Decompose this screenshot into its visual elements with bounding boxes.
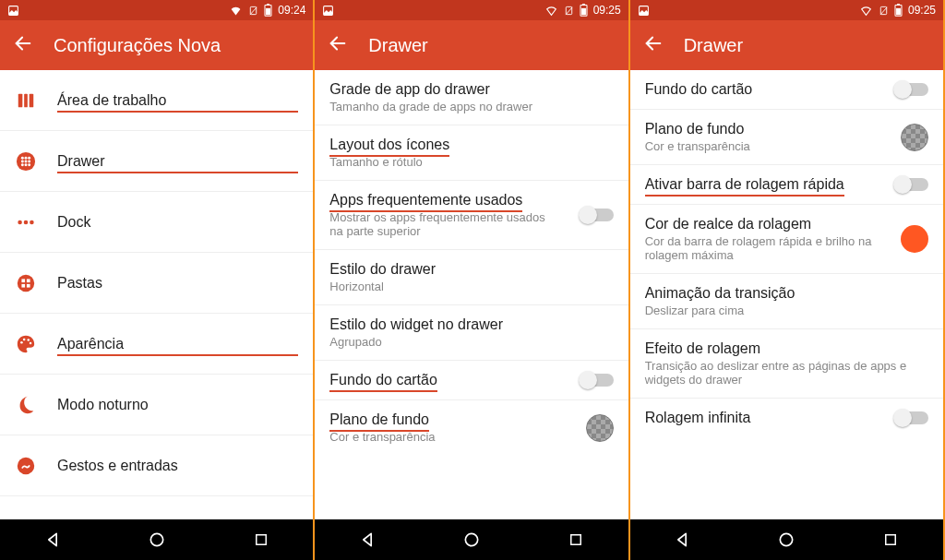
item-label: Ativar barra de rolagem rápida	[645, 176, 844, 193]
back-icon[interactable]	[328, 33, 348, 57]
svg-rect-43	[571, 535, 581, 545]
item-icon-layout[interactable]: Layout dos ícones Tamanho e rótulo	[315, 125, 628, 181]
nav-home-icon[interactable]	[129, 530, 185, 549]
item-drawer[interactable]: Drawer	[0, 131, 313, 192]
phone-1: 09:24 Configurações Nova Área de trabalh…	[0, 0, 315, 560]
svg-rect-27	[27, 283, 30, 287]
folders-icon	[15, 272, 37, 294]
svg-point-51	[781, 533, 793, 545]
item-sub: Cor da barra de rolagem rápida e brilho …	[645, 234, 880, 262]
item-desktop[interactable]: Área de trabalho	[0, 70, 313, 131]
item-sub: Agrupado	[329, 335, 613, 349]
item-card-background[interactable]: Fundo do cartão	[315, 361, 628, 400]
item-label: Fundo do cartão	[645, 81, 875, 98]
picture-icon	[322, 5, 334, 17]
item-background[interactable]: Plano de fundo Cor e transparência	[630, 110, 943, 165]
toggle[interactable]	[580, 209, 614, 221]
back-icon[interactable]	[13, 33, 33, 57]
item-scroll-effect[interactable]: Efeito de rolagem Transição ao deslizar …	[630, 329, 943, 399]
moon-icon	[15, 394, 37, 416]
item-night-mode[interactable]: Modo noturno	[0, 375, 313, 435]
item-folders[interactable]: Pastas	[0, 253, 313, 314]
wifi-icon	[229, 5, 243, 17]
item-fast-scrollbar[interactable]: Ativar barra de rolagem rápida	[630, 165, 943, 205]
svg-point-30	[27, 339, 30, 341]
item-label: Plano de fundo	[645, 121, 880, 137]
item-app-grid[interactable]: Grade de app do drawer Tamanho da grade …	[315, 70, 628, 125]
item-label: Apps frequentemente usados	[329, 192, 522, 209]
svg-point-15	[25, 160, 28, 162]
settings-list: Área de trabalho Drawer Dock Pastas Apar…	[0, 70, 313, 519]
toggle[interactable]	[895, 411, 928, 424]
drawer-list: Grade de app do drawer Tamanho da grade …	[315, 70, 628, 519]
svg-rect-26	[21, 283, 25, 287]
status-time: 09:25	[908, 4, 936, 17]
item-sub: Horizontal	[329, 280, 613, 293]
nav-back-icon[interactable]	[25, 530, 80, 549]
item-label: Gestos e entradas	[57, 458, 298, 474]
color-swatch[interactable]	[586, 414, 614, 442]
item-sub: Deslizar para cima	[645, 304, 928, 317]
nav-back-icon[interactable]	[654, 530, 710, 549]
nav-recent-icon[interactable]	[863, 531, 918, 548]
appbar-title: Configurações Nova	[54, 35, 221, 56]
navbar	[630, 519, 943, 560]
color-swatch[interactable]	[901, 225, 928, 253]
drawer-list-2: Fundo do cartão Plano de fundo Cor e tra…	[630, 70, 943, 519]
status-time: 09:24	[278, 4, 305, 17]
svg-point-22	[30, 220, 34, 224]
item-sub: Tamanho da grade de apps no drawer	[329, 100, 613, 113]
item-card-background[interactable]: Fundo do cartão	[630, 70, 943, 110]
svg-rect-7	[18, 93, 23, 107]
svg-point-21	[24, 220, 29, 224]
svg-rect-8	[24, 93, 28, 107]
nav-home-icon[interactable]	[444, 530, 499, 549]
sim-icon	[879, 5, 889, 17]
toggle[interactable]	[895, 83, 928, 96]
svg-line-46	[880, 6, 887, 14]
item-background[interactable]: Plano de fundo Cor e transparência	[315, 400, 628, 455]
item-dock[interactable]: Dock	[0, 192, 313, 253]
sim-icon	[564, 5, 574, 17]
item-label: Cor de realce da rolagem	[645, 216, 880, 232]
svg-point-28	[20, 340, 23, 343]
item-drawer-style[interactable]: Estilo do drawer Horizontal	[315, 250, 628, 305]
nav-recent-icon[interactable]	[548, 531, 604, 548]
color-swatch[interactable]	[901, 124, 928, 151]
item-appearance[interactable]: Aparência	[0, 314, 313, 375]
item-gestures[interactable]: Gestos e entradas	[0, 435, 313, 496]
dock-icon	[15, 211, 37, 233]
svg-point-12	[25, 156, 28, 159]
item-widget-style[interactable]: Estilo do widget no drawer Agrupado	[315, 305, 628, 361]
item-label: Grade de app do drawer	[329, 81, 613, 98]
nav-home-icon[interactable]	[759, 530, 814, 549]
svg-rect-48	[897, 4, 900, 5]
appbar: Drawer	[315, 20, 628, 70]
svg-point-14	[21, 160, 24, 162]
nav-back-icon[interactable]	[340, 530, 395, 549]
svg-point-42	[465, 533, 477, 545]
item-frequent-apps[interactable]: Apps frequentemente usados Mostrar os ap…	[315, 181, 628, 250]
battery-icon	[580, 4, 588, 17]
desktop-icon	[15, 89, 37, 112]
statusbar: 09:24	[0, 0, 313, 20]
item-scroll-highlight-color[interactable]: Cor de realce da rolagem Cor da barra de…	[630, 205, 943, 274]
navbar	[315, 519, 628, 560]
svg-line-2	[250, 6, 257, 14]
toggle[interactable]	[580, 374, 614, 387]
navbar	[0, 519, 313, 560]
item-infinite-scroll[interactable]: Rolagem infinita	[630, 399, 943, 437]
nav-recent-icon[interactable]	[233, 531, 289, 548]
svg-point-33	[150, 533, 162, 545]
battery-icon	[264, 4, 272, 17]
back-icon[interactable]	[643, 33, 664, 57]
toggle[interactable]	[895, 178, 928, 191]
item-transition-anim[interactable]: Animação da transição Deslizar para cima	[630, 274, 943, 329]
svg-point-16	[28, 160, 30, 162]
phone-2: 09:25 Drawer Grade de app do drawer Tama…	[315, 0, 629, 560]
svg-rect-52	[886, 535, 896, 545]
svg-line-37	[565, 6, 571, 14]
appbar: Configurações Nova	[0, 20, 313, 70]
item-label: Modo noturno	[57, 397, 298, 413]
item-label: Rolagem infinita	[645, 410, 875, 426]
